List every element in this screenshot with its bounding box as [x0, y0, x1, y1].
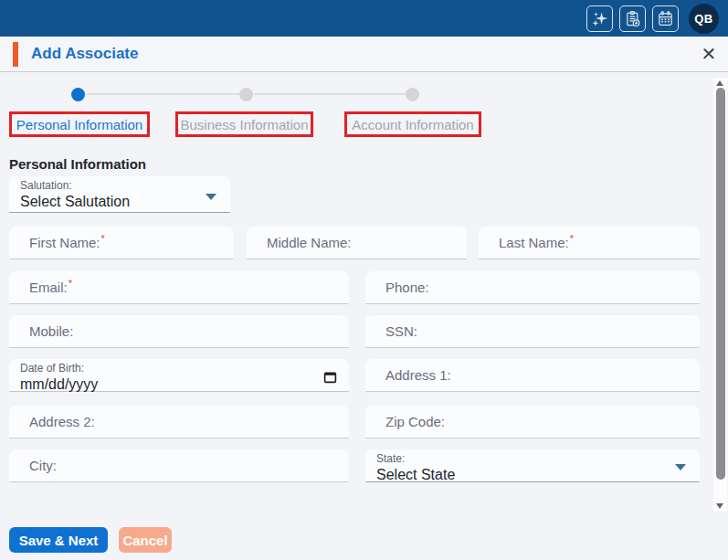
first-name-field[interactable]: First Name:*	[9, 227, 234, 259]
user-avatar[interactable]: QB	[689, 4, 719, 34]
step-connector-2	[254, 93, 406, 95]
modal-title: Add Associate	[31, 45, 138, 63]
chevron-down-icon	[675, 464, 686, 470]
date-of-birth-field[interactable]: Date of Birth: mm/dd/yyyy	[9, 359, 349, 392]
step-dot-3	[406, 88, 419, 101]
address2-label: Address 2:	[29, 414, 95, 429]
modal-title-bar: Add Associate ✕	[0, 37, 728, 72]
address1-label: Address 1:	[385, 367, 451, 383]
scrollbar-thumb[interactable]	[716, 88, 725, 480]
scroll-up-icon[interactable]	[716, 80, 723, 86]
middle-name-label: Middle Name:	[267, 235, 352, 250]
cancel-button[interactable]: Cancel	[119, 527, 172, 553]
save-next-button[interactable]: Save & Next	[9, 527, 108, 553]
tab-business-information[interactable]: Business Information	[175, 111, 313, 137]
mobile-label: Mobile:	[29, 323, 73, 339]
required-asterisk: *	[69, 278, 72, 289]
modal-body: Personal Information Business Informatio…	[0, 72, 728, 560]
last-name-label: Last Name:	[499, 235, 569, 250]
mobile-field[interactable]: Mobile:	[9, 315, 349, 348]
city-field[interactable]: City:	[9, 449, 349, 482]
step-dot-1	[71, 88, 85, 101]
phone-label: Phone:	[385, 280, 429, 295]
state-value: Select State	[376, 466, 700, 483]
close-button[interactable]: ✕	[697, 42, 721, 66]
salutation-value: Select Salutation	[20, 193, 230, 210]
section-heading: Personal Information	[9, 156, 146, 172]
ssn-label: SSN:	[385, 323, 417, 339]
calendar-icon[interactable]	[652, 5, 679, 32]
state-label: State:	[376, 452, 700, 465]
date-of-birth-value: mm/dd/yyyy	[20, 375, 349, 393]
salutation-label: Salutation:	[20, 179, 230, 192]
zip-code-field[interactable]: Zip Code:	[365, 406, 700, 438]
ssn-field[interactable]: SSN:	[365, 315, 700, 348]
vertical-scrollbar[interactable]	[713, 78, 727, 512]
step-dot-2	[239, 88, 253, 101]
tab-account-information[interactable]: Account Information	[344, 111, 481, 137]
required-asterisk: *	[101, 233, 105, 244]
last-name-field[interactable]: Last Name:*	[479, 227, 700, 259]
middle-name-field[interactable]: Middle Name:	[247, 227, 467, 259]
city-label: City:	[29, 458, 57, 473]
sparkles-icon[interactable]	[586, 5, 613, 32]
zip-code-label: Zip Code:	[385, 414, 445, 429]
address2-field[interactable]: Address 2:	[9, 406, 349, 438]
state-select[interactable]: State: Select State	[365, 449, 700, 482]
step-connector-1	[86, 93, 239, 95]
tab-personal-information[interactable]: Personal Information	[9, 111, 150, 137]
required-asterisk: *	[570, 233, 574, 244]
address1-field[interactable]: Address 1:	[365, 359, 700, 392]
chevron-down-icon	[206, 194, 216, 200]
salutation-select[interactable]: Salutation: Select Salutation	[9, 176, 230, 213]
title-accent-bar	[13, 42, 18, 67]
date-of-birth-label: Date of Birth:	[20, 362, 349, 375]
first-name-label: First Name:	[29, 235, 100, 250]
phone-field[interactable]: Phone:	[365, 271, 700, 304]
clipboard-add-icon[interactable]	[619, 5, 646, 32]
scroll-down-icon[interactable]	[716, 503, 723, 509]
email-field[interactable]: Email:*	[9, 271, 349, 304]
date-picker-icon[interactable]	[323, 370, 337, 384]
top-app-bar: QB	[0, 0, 728, 37]
email-label: Email:	[29, 280, 68, 295]
